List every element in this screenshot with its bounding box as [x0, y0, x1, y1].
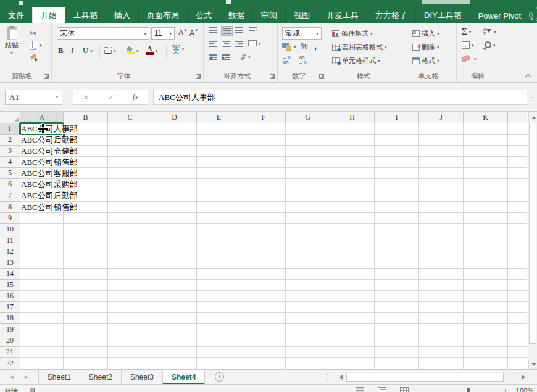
cell-B9[interactable]	[64, 213, 108, 224]
cell-C11[interactable]	[108, 235, 152, 246]
fill-handle[interactable]	[62, 133, 65, 136]
cell-A7[interactable]: ABC公司后勤部	[20, 190, 64, 201]
column-header-J[interactable]: J	[419, 112, 464, 123]
cell-E2[interactable]	[197, 135, 241, 146]
cancel-icon[interactable]: ✕	[83, 93, 89, 102]
cell-C17[interactable]	[108, 302, 152, 313]
row-header-4[interactable]: 4	[0, 157, 20, 168]
cell-G19[interactable]	[286, 324, 330, 335]
cell-G20[interactable]	[286, 335, 330, 346]
cell-A2[interactable]: ABC公司后勤部	[20, 135, 64, 146]
cell-G5[interactable]	[286, 168, 330, 179]
cell-F19[interactable]	[241, 324, 286, 335]
ribbon-tab-DIY工具箱[interactable]: DIY工具箱	[415, 7, 470, 23]
cell-K5[interactable]	[464, 168, 508, 179]
cell-B14[interactable]	[64, 269, 108, 280]
cell-J18[interactable]	[419, 313, 464, 324]
cell-H16[interactable]	[330, 291, 375, 302]
cell-A20[interactable]	[20, 335, 64, 346]
cell-H22[interactable]	[330, 358, 375, 369]
sheet-tab-Sheet1[interactable]: Sheet1	[38, 370, 80, 384]
cell-D17[interactable]	[152, 302, 197, 313]
cell-G7[interactable]	[286, 190, 330, 201]
copy-button[interactable]: ▾	[30, 41, 42, 49]
cell-partial-22[interactable]	[508, 358, 527, 369]
cell-partial-12[interactable]	[508, 246, 527, 257]
cell-partial-16[interactable]	[508, 291, 527, 302]
row-header-17[interactable]: 17	[0, 302, 20, 313]
cell-A15[interactable]	[20, 280, 64, 291]
cell-K16[interactable]	[464, 291, 508, 302]
number-dialog-launcher[interactable]	[319, 74, 324, 79]
cell-E3[interactable]	[197, 146, 241, 157]
vertical-scroll-thumb[interactable]	[529, 123, 536, 344]
page-layout-view-button[interactable]	[378, 387, 386, 392]
cell-C2[interactable]	[108, 135, 152, 146]
cell-F20[interactable]	[241, 335, 286, 346]
alignment-dialog-launcher[interactable]	[270, 74, 275, 79]
bold-button[interactable]: B	[58, 46, 64, 56]
cell-F14[interactable]	[241, 269, 286, 280]
horizontal-scrollbar[interactable]	[336, 372, 528, 382]
cell-E16[interactable]	[197, 291, 241, 302]
formula-bar-expand[interactable]: ⌄	[530, 93, 535, 99]
cell-J11[interactable]	[419, 235, 464, 246]
cell-I2[interactable]	[375, 135, 419, 146]
cell-I4[interactable]	[375, 157, 419, 168]
ribbon-tab-公式[interactable]: 公式	[187, 7, 220, 23]
cell-H4[interactable]	[330, 157, 375, 168]
cell-G14[interactable]	[286, 269, 330, 280]
cell-D8[interactable]	[152, 202, 197, 213]
cell-G1[interactable]	[286, 123, 330, 135]
delete-cells-button[interactable]: 删除▾	[412, 43, 439, 52]
scroll-left-button[interactable]	[336, 372, 346, 382]
cell-A10[interactable]	[20, 224, 64, 235]
cell-D20[interactable]	[152, 335, 197, 346]
cell-G11[interactable]	[286, 235, 330, 246]
cell-D22[interactable]	[152, 358, 197, 369]
cell-C12[interactable]	[108, 246, 152, 257]
row-header-10[interactable]: 10	[0, 224, 20, 235]
clipboard-dialog-launcher[interactable]	[44, 74, 49, 79]
cell-G2[interactable]	[286, 135, 330, 146]
cell-B16[interactable]	[64, 291, 108, 302]
cell-partial-20[interactable]	[508, 335, 527, 346]
cell-A3[interactable]: ABC公司仓储部	[20, 146, 64, 157]
cell-I21[interactable]	[375, 347, 419, 358]
row-header-13[interactable]: 13	[0, 257, 20, 269]
column-header-I[interactable]: I	[375, 112, 419, 123]
cell-I8[interactable]	[375, 202, 419, 213]
column-header-G[interactable]: G	[286, 112, 330, 123]
cut-button[interactable]: ✂	[30, 28, 37, 38]
column-header-B[interactable]: B	[64, 112, 108, 123]
row-header-8[interactable]: 8	[0, 202, 20, 213]
cell-B13[interactable]	[64, 257, 108, 269]
cell-H3[interactable]	[330, 146, 375, 157]
cell-D1[interactable]	[152, 123, 197, 135]
cell-H1[interactable]	[330, 123, 375, 135]
cell-G21[interactable]	[286, 347, 330, 358]
cell-K11[interactable]	[464, 235, 508, 246]
cell-A8[interactable]: ABC公司销售部	[20, 202, 64, 213]
cell-B21[interactable]	[64, 347, 108, 358]
cell-D11[interactable]	[152, 235, 197, 246]
cell-F9[interactable]	[241, 213, 286, 224]
cell-F4[interactable]	[241, 157, 286, 168]
scroll-right-button[interactable]	[518, 372, 528, 382]
cell-B17[interactable]	[64, 302, 108, 313]
row-header-11[interactable]: 11	[0, 235, 20, 246]
align-center-button[interactable]	[222, 41, 230, 47]
cell-partial-18[interactable]	[508, 313, 527, 324]
cell-H12[interactable]	[330, 246, 375, 257]
cell-K13[interactable]	[464, 257, 508, 269]
cell-A9[interactable]	[20, 213, 64, 224]
select-all-corner[interactable]	[0, 112, 20, 123]
cell-J9[interactable]	[419, 213, 464, 224]
sort-filter-button[interactable]: AZ▾	[483, 28, 496, 36]
cell-C9[interactable]	[108, 213, 152, 224]
cell-F18[interactable]	[241, 313, 286, 324]
cell-K1[interactable]	[464, 123, 508, 135]
cell-J21[interactable]	[419, 347, 464, 358]
cell-C22[interactable]	[108, 358, 152, 369]
cell-A17[interactable]	[20, 302, 64, 313]
